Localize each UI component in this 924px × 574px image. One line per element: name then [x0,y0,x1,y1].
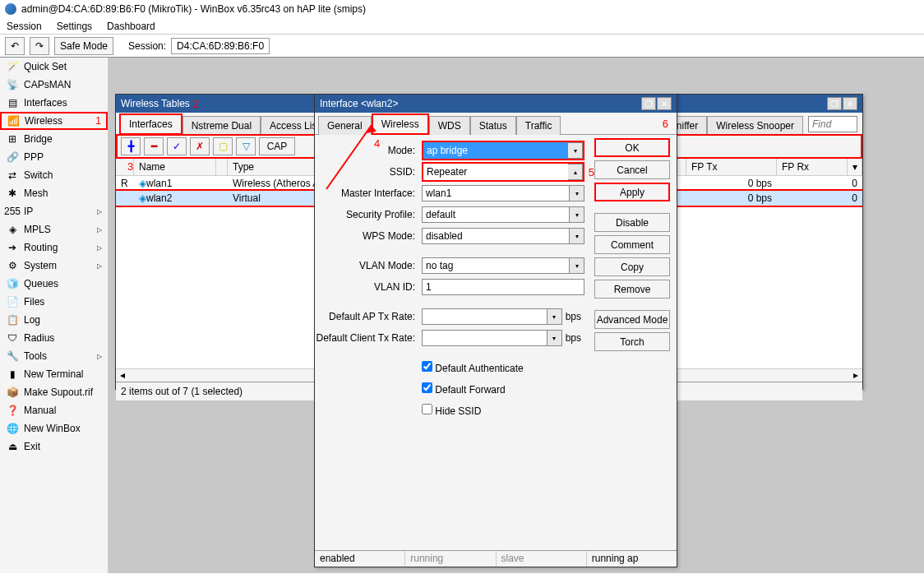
chevron-right-icon: ▷ [97,208,102,215]
tab-interfaces[interactable]: Interfaces [119,113,182,135]
dropdown-icon[interactable]: ▾ [570,228,584,244]
sidebar-icon: ⊞ [6,132,19,146]
security-select[interactable]: default [422,206,570,223]
sidebar-item-manual[interactable]: ❓Manual [0,401,108,419]
sidebar-icon: ❓ [6,404,19,417]
aptx-input[interactable] [422,308,547,325]
app-titlebar: admin@D4:CA:6D:89:B6:F0 (MikroTik) - Win… [0,0,924,18]
disable-button[interactable]: Disable [594,213,670,232]
chevron-right-icon: ▷ [97,353,102,360]
cap-button[interactable]: CAP [259,137,295,155]
sidebar-item-routing[interactable]: ➔Routing▷ [0,238,108,257]
tab-wds[interactable]: WDS [429,116,470,135]
sidebar-icon: ⚙ [6,259,19,272]
cancel-button[interactable]: Cancel [594,160,670,179]
restore-icon[interactable]: ❐ [827,97,842,110]
find-input[interactable] [808,116,857,132]
annotation-3: 3 [127,160,133,173]
restore-icon[interactable]: ❐ [641,97,656,110]
col-fptx[interactable]: FP Tx [686,159,777,175]
dropdown-icon[interactable]: ▾ [570,257,584,274]
enable-button[interactable]: ✓ [167,137,187,155]
sidebar-item-tools[interactable]: 🔧Tools▷ [0,347,108,365]
sidebar-item-wireless[interactable]: 📶Wireless1 [0,112,108,130]
close-icon[interactable]: ✕ [843,97,857,110]
cltx-input[interactable] [422,330,547,346]
ok-button[interactable]: OK [594,138,670,157]
redo-button[interactable]: ↷ [30,37,49,55]
disable-button[interactable]: ✗ [190,137,210,155]
sidebar-item-bridge[interactable]: ⊞Bridge [0,130,108,148]
sidebar-item-interfaces[interactable]: ▤Interfaces [0,94,108,112]
ssid-input[interactable]: Repeater [423,164,568,180]
col-fprx[interactable]: FP Rx [777,159,848,175]
remove-button[interactable]: ━ [144,137,164,155]
torch-button[interactable]: Torch [594,332,670,351]
scroll-left-icon[interactable]: ◂ [116,369,129,382]
vlanmode-select[interactable]: no tag [422,257,570,274]
dropdown-icon[interactable]: ▾ [570,206,584,223]
close-icon[interactable]: ✕ [657,97,672,110]
comment-button[interactable]: Comment [594,235,670,254]
checkbox-deffwd[interactable]: Default Forward [422,382,506,396]
sidebar-item-label: Manual [24,405,56,416]
sidebar-item-capsman[interactable]: 📡CAPsMAN [0,76,108,94]
sidebar-item-ip[interactable]: 255IP▷ [0,202,108,220]
sidebar-item-files[interactable]: 📄Files [0,293,108,311]
sidebar-item-make-supout.rif[interactable]: 📦Make Supout.rif [0,383,108,401]
tab-general[interactable]: General [318,116,372,135]
tab-status[interactable]: Status [470,116,516,135]
remove-button[interactable]: Remove [594,280,670,299]
dropdown-icon[interactable]: ▾ [568,142,583,159]
tab-wireless[interactable]: Wireless [372,113,429,135]
mode-select[interactable]: ap bridge [423,142,568,159]
safemode-button[interactable]: Safe Mode [54,37,113,55]
sidebar-item-exit[interactable]: ⏏Exit [0,437,108,456]
sidebar-item-quick-set[interactable]: 🪄Quick Set [0,58,108,76]
sidebar-item-mpls[interactable]: ◈MPLS▷ [0,220,108,238]
sidebar-item-label: Tools [24,350,47,362]
tab-snooper[interactable]: Wireless Snooper [707,116,803,135]
sidebar-item-switch[interactable]: ⇄Switch [0,166,108,184]
sidebar-icon: 📡 [6,78,19,91]
wps-select[interactable]: disabled [422,228,570,244]
sidebar-item-log[interactable]: 📋Log [0,311,108,329]
col-name[interactable]: Name [134,159,216,175]
up-icon[interactable]: ▴ [568,164,583,180]
undo-button[interactable]: ↶ [5,37,25,55]
sidebar-item-label: Radius [24,332,54,344]
session-value[interactable]: D4:CA:6D:89:B6:F0 [171,38,270,54]
checkbox-defauth[interactable]: Default Authenticate [422,361,524,374]
down-icon[interactable]: ▾ [547,308,562,325]
sidebar-item-new-terminal[interactable]: ▮New Terminal [0,365,108,383]
col-menu[interactable]: ▾ [848,159,862,175]
tab-nstreme[interactable]: Nstreme Dual [182,116,261,135]
menu-dashboard[interactable]: Dashboard [107,21,155,32]
filter-button[interactable]: ▽ [236,137,256,155]
scroll-right-icon[interactable]: ▸ [849,369,862,382]
apply-button[interactable]: Apply [594,183,670,201]
vlanid-input[interactable]: 1 [422,279,584,295]
add-button[interactable]: ╋ [121,137,141,155]
sidebar-item-mesh[interactable]: ✱Mesh [0,184,108,202]
sidebar-item-system[interactable]: ⚙System▷ [0,257,108,275]
menu-settings[interactable]: Settings [57,21,92,32]
down-icon[interactable]: ▾ [547,330,562,346]
comment-button[interactable]: ▢ [213,137,233,155]
checkbox-hidessid[interactable]: Hide SSID [422,404,481,417]
copy-button[interactable]: Copy [594,257,670,276]
col-sep[interactable] [216,159,228,175]
sidebar-item-ppp[interactable]: 🔗PPP [0,148,108,166]
sidebar-item-queues[interactable]: 🧊Queues [0,275,108,293]
dropdown-icon[interactable]: ▾ [570,185,584,201]
master-select[interactable]: wlan1 [422,185,570,201]
menu-session[interactable]: Session [7,21,42,32]
sidebar-icon: ✱ [6,187,19,200]
sidebar-item-new-winbox[interactable]: 🌐New WinBox [0,419,108,437]
interface-dialog-titlebar[interactable]: Interface <wlan2> ❐ ✕ [315,95,677,113]
advanced-button[interactable]: Advanced Mode [594,310,670,329]
tab-traffic[interactable]: Traffic [516,116,561,135]
sidebar-item-label: Make Supout.rif [24,387,93,398]
sidebar-item-label: New Terminal [24,368,83,380]
sidebar-item-radius[interactable]: 🛡Radius [0,329,108,347]
